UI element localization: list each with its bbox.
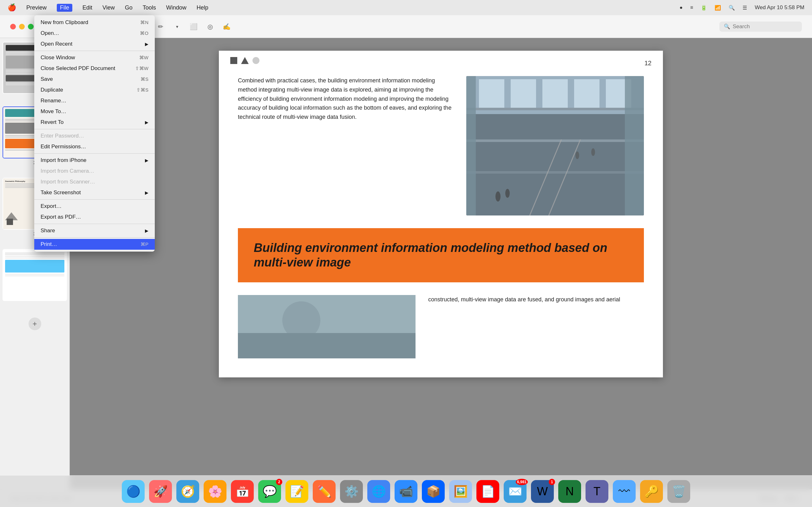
menu-item-label: Move To… <box>41 108 66 115</box>
wifi-icon: 📶 <box>715 5 721 11</box>
menu-item-export-as-pdf-[interactable]: Export as PDF… <box>34 212 155 222</box>
annotate-icon[interactable]: ◎ <box>205 21 215 32</box>
dock-icon-photos[interactable]: 🌸 <box>204 480 226 503</box>
menubar-status-area: ● ≡ 🔋 📶 🔍 ☰ Wed Apr 10 5:58 PM <box>679 4 804 11</box>
dock-icon-dropbox[interactable]: 📦 <box>422 480 445 503</box>
menu-item-edit-permissions-[interactable]: Edit Permissions… <box>34 141 155 152</box>
dock-icon-system-preferences[interactable]: ⚙️ <box>340 480 363 503</box>
dock-icon-word[interactable]: W1 <box>531 480 554 503</box>
menu-item-shortcut: ⌘N <box>140 20 148 25</box>
svg-rect-6 <box>542 79 568 108</box>
menu-item-label: Export as PDF… <box>41 214 81 220</box>
menubar-tools[interactable]: Tools <box>143 4 156 11</box>
mail-icon: ✉️ <box>508 485 522 498</box>
markup-arrow-icon[interactable]: ▾ <box>172 21 182 32</box>
menu-item-shortcut: ⇧⌘S <box>136 87 148 93</box>
menu-item-label: Print… <box>41 241 57 247</box>
dock-icon-acrobat[interactable]: 📄 <box>476 480 499 503</box>
page-number: 12 <box>645 60 652 67</box>
svg-rect-7 <box>574 79 600 108</box>
menu-item-share[interactable]: Share▶ <box>34 225 155 236</box>
menu-item-duplicate[interactable]: Duplicate⇧⌘S <box>34 84 155 95</box>
dock-icon-freeform[interactable]: ✏️ <box>313 480 336 503</box>
svg-point-17 <box>591 148 595 156</box>
menu-item-export-[interactable]: Export… <box>34 201 155 212</box>
svg-rect-4 <box>479 79 504 108</box>
search-input[interactable] <box>733 23 798 30</box>
svg-point-14 <box>496 191 501 202</box>
menu-item-label: Edit Permissions… <box>41 144 86 150</box>
menu-item-move-to-[interactable]: Move To… <box>34 106 155 117</box>
menubar-window[interactable]: Window <box>166 4 187 11</box>
doc-body-text: Combined with practical cases, the build… <box>238 76 454 216</box>
control-center-icon[interactable]: ☰ <box>743 5 747 11</box>
menubar-help[interactable]: Help <box>197 4 208 11</box>
svg-point-16 <box>575 152 579 159</box>
menu-divider-19 <box>34 199 155 200</box>
crop-icon[interactable]: ⬜ <box>189 21 199 32</box>
dock-icon-trash[interactable]: 🗑️ <box>667 480 690 503</box>
preview-icon: 🖼️ <box>454 485 468 498</box>
add-page-button[interactable]: + <box>29 318 41 330</box>
acrobat-icon: 📄 <box>481 485 495 498</box>
dock-icon-numbers[interactable]: N <box>558 480 581 503</box>
menu-item-label: Import from Scanner… <box>41 179 95 185</box>
word-badge: 1 <box>549 479 555 485</box>
menubar-edit[interactable]: Edit <box>83 4 92 11</box>
search-box[interactable]: 🔍 <box>719 21 802 32</box>
svg-point-15 <box>505 189 510 198</box>
dock-icon-finder[interactable]: 🔵 <box>122 480 145 503</box>
shape-triangle <box>241 57 249 64</box>
sign-icon[interactable]: ✍ <box>221 21 232 32</box>
dock-icon-safari-browser[interactable]: 🧭 <box>176 480 199 503</box>
menu-divider-3 <box>34 51 155 51</box>
messages-icon: 💬 <box>263 485 277 498</box>
search-menubar-icon[interactable]: 🔍 <box>728 5 735 11</box>
dock-icon-notes[interactable]: 📝 <box>286 480 308 503</box>
menu-item-print-[interactable]: Print…⌘P <box>34 239 155 250</box>
dock-icon-preview[interactable]: 🖼️ <box>449 480 472 503</box>
close-button[interactable] <box>10 24 16 30</box>
menubar-preview[interactable]: Preview <box>26 4 47 11</box>
dock-icon-teams[interactable]: T <box>586 480 608 503</box>
menu-item-enter-password-: Enter Password… <box>34 130 155 141</box>
menubar-view[interactable]: View <box>102 4 115 11</box>
dock-icon-keychain[interactable]: 🔑 <box>640 480 663 503</box>
menu-item-save[interactable]: Save⌘S <box>34 74 155 84</box>
menu-item-arrow: ▶ <box>145 120 148 125</box>
menu-item-take-screenshot[interactable]: Take Screenshot▶ <box>34 187 155 198</box>
maximize-button[interactable] <box>28 24 34 30</box>
menu-item-open-recent[interactable]: Open Recent▶ <box>34 39 155 49</box>
menu-item-arrow: ▶ <box>145 42 148 47</box>
menu-item-label: Import from iPhone <box>41 157 87 164</box>
dock-icon-wunderbucket[interactable]: 〰 <box>613 480 636 503</box>
dock-icon-messages[interactable]: 💬2 <box>258 480 281 503</box>
menu-item-shortcut: ⌘O <box>140 31 148 36</box>
svg-marker-1 <box>5 212 18 220</box>
menu-item-revert-to[interactable]: Revert To▶ <box>34 117 155 128</box>
menubar-file[interactable]: File <box>57 4 72 12</box>
apple-menu[interactable]: 🍎 <box>8 3 16 12</box>
menu-item-label: Enter Password… <box>41 133 84 139</box>
menubar-go[interactable]: Go <box>125 4 133 11</box>
shape-circle <box>252 57 259 64</box>
markup-icon[interactable]: ✏ <box>155 21 165 32</box>
zoom-icon: 📹 <box>399 485 413 498</box>
minimize-button[interactable] <box>19 24 25 30</box>
menu-item-new-from-clipboard[interactable]: New from Clipboard⌘N <box>34 17 155 28</box>
dock-icon-launchpad[interactable]: 🚀 <box>149 480 172 503</box>
menu-item-close-selected-pdf-document[interactable]: Close Selected PDF Document⇧⌘W <box>34 63 155 74</box>
menu-item-rename-[interactable]: Rename… <box>34 95 155 106</box>
menu-item-open-[interactable]: Open…⌘O <box>34 28 155 39</box>
menu-item-arrow: ▶ <box>145 190 148 195</box>
dock-icon-mail[interactable]: ✉️6,981 <box>504 480 526 503</box>
menu-item-label: New from Clipboard <box>41 19 88 26</box>
dock-icon-zoom[interactable]: 📹 <box>395 480 417 503</box>
dock-icon-chrome[interactable]: 🌐 <box>367 480 390 503</box>
menu-item-close-window[interactable]: Close Window⌘W <box>34 52 155 63</box>
menu-item-import-from-iphone[interactable]: Import from iPhone▶ <box>34 155 155 166</box>
menu-divider-14 <box>34 153 155 154</box>
page-thumbnail-4[interactable] <box>3 249 67 301</box>
messages-badge: 2 <box>276 479 282 485</box>
dock-icon-calendar[interactable]: 📅 <box>231 480 254 503</box>
